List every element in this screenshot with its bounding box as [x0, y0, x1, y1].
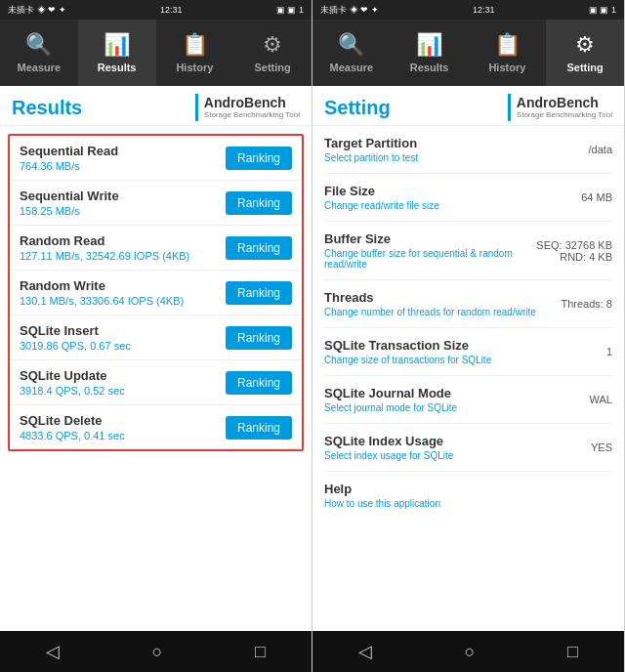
setting-desc-6: Select index usage for SQLite [324, 450, 591, 461]
right-nav-measure-label: Measure [330, 62, 374, 73]
right-back-btn[interactable]: ◁ [358, 641, 372, 662]
setting-info-7: Help How to use this application [324, 482, 612, 509]
setting-name-6: SQLite Index Usage [324, 434, 591, 448]
left-home-btn[interactable]: ○ [152, 642, 163, 662]
right-logo-main: AndroBench [517, 95, 612, 110]
setting-name-2: Buffer Size [324, 231, 515, 246]
setting-desc-2: Change buffer size for sequential & rand… [324, 248, 515, 270]
right-logo-sub: Storage Benchmarking Tool [517, 110, 612, 120]
result-info-1: Sequential Write 158.25 MB/s [20, 189, 226, 217]
ranking-btn-5[interactable]: Ranking [226, 371, 292, 395]
result-info-6: SQLite Delete 4833.6 QPS, 0.41 sec [20, 413, 226, 441]
right-logo: AndroBench Storage Benchmarking Tool [508, 94, 612, 121]
setting-name-3: Threads [324, 290, 561, 305]
result-info-2: Random Read 127.11 MB/s, 32542.69 IOPS (… [20, 233, 226, 262]
left-logo-text: AndroBench Storage Benchmarking Tool [204, 95, 300, 120]
right-status-left: 未插卡 ◈ ❤ ✦ [320, 4, 379, 17]
right-history-icon: 📋 [494, 32, 521, 58]
left-status-left: 未插卡 ◈ ❤ ✦ [8, 4, 66, 17]
result-name-0: Sequential Read [20, 144, 226, 158]
result-value-0: 764.36 MB/s [20, 160, 226, 172]
left-nav-results-label: Results [98, 62, 137, 73]
left-content-area: Results AndroBench Storage Benchmarking … [0, 86, 312, 631]
setting-info-1: File Size Change read/write file size [324, 184, 581, 211]
result-value-6: 4833.6 QPS, 0.41 sec [20, 430, 226, 441]
results-list: Sequential Read 764.36 MB/s Ranking Sequ… [8, 134, 304, 451]
setting-item-4[interactable]: SQLite Transaction Size Change size of t… [324, 328, 612, 376]
result-value-2: 127.11 MB/s, 32542.69 IOPS (4KB) [20, 250, 226, 262]
setting-desc-5: Select journal mode for SQLite [324, 402, 590, 413]
setting-desc-1: Change read/write file size [324, 200, 581, 211]
setting-item-1[interactable]: File Size Change read/write file size 64… [324, 174, 612, 222]
right-setting-icon: ⚙ [575, 32, 595, 58]
result-info-3: Random Write 130.1 MB/s, 33306.64 IOPS (… [20, 278, 226, 307]
result-info-5: SQLite Update 3918.4 QPS, 0.52 sec [20, 368, 226, 397]
right-nav-results[interactable]: 📊 Results [391, 20, 469, 86]
setting-value-2: SEQ: 32768 KB RND: 4 KB [515, 239, 612, 263]
result-info-0: Sequential Read 764.36 MB/s [20, 144, 226, 172]
right-nav-history[interactable]: 📋 History [469, 20, 547, 86]
left-nav-setting-label: Setting [254, 62, 290, 73]
left-nav-setting[interactable]: ⚙ Setting [233, 20, 312, 86]
setting-item-0[interactable]: Target Partition Select partition to tes… [324, 126, 612, 174]
result-item-0: Sequential Read 764.36 MB/s Ranking [10, 136, 302, 181]
result-value-1: 158.25 MB/s [20, 205, 226, 217]
settings-list: Target Partition Select partition to tes… [312, 126, 624, 519]
left-nav-history-label: History [176, 62, 213, 73]
result-name-4: SQLite Insert [20, 323, 226, 338]
result-name-2: Random Read [20, 233, 226, 248]
right-nav-setting[interactable]: ⚙ Setting [546, 20, 624, 86]
setting-info-2: Buffer Size Change buffer size for seque… [324, 231, 515, 270]
right-status-time: 12:31 [473, 5, 495, 15]
left-logo-sub: Storage Benchmarking Tool [204, 110, 300, 120]
right-content-area: Setting AndroBench Storage Benchmarking … [312, 86, 624, 631]
right-status-bar: 未插卡 ◈ ❤ ✦ 12:31 ▣ ▣ 1 [312, 0, 624, 20]
left-nav-measure[interactable]: 🔍 Measure [0, 20, 78, 86]
setting-item-3[interactable]: Threads Change number of threads for ran… [324, 280, 612, 328]
ranking-btn-6[interactable]: Ranking [226, 416, 292, 440]
left-recent-btn[interactable]: □ [255, 642, 266, 662]
left-nav-history[interactable]: 📋 History [156, 20, 234, 86]
results-icon: 📊 [104, 32, 130, 58]
left-logo-bar [195, 94, 198, 121]
setting-item-6[interactable]: SQLite Index Usage Select index usage fo… [324, 424, 612, 472]
setting-name-5: SQLite Journal Mode [324, 386, 590, 400]
right-bottom-bar: ◁ ○ □ [312, 631, 624, 672]
left-status-bar: 未插卡 ◈ ❤ ✦ 12:31 ▣ ▣ 1 [0, 0, 312, 20]
setting-desc-0: Select partition to test [324, 152, 589, 163]
ranking-btn-0[interactable]: Ranking [226, 147, 292, 170]
right-measure-icon: 🔍 [338, 32, 364, 58]
right-nav-measure[interactable]: 🔍 Measure [312, 20, 391, 86]
right-nav-results-label: Results [410, 62, 449, 73]
left-content-title: Results [12, 97, 82, 119]
ranking-btn-2[interactable]: Ranking [226, 236, 292, 260]
left-logo: AndroBench Storage Benchmarking Tool [195, 94, 300, 121]
setting-desc-7: How to use this application [324, 498, 612, 509]
right-status-right: ▣ ▣ 1 [589, 5, 616, 15]
left-status-right: ▣ ▣ 1 [276, 5, 304, 15]
left-nav-results[interactable]: 📊 Results [78, 20, 156, 86]
ranking-btn-1[interactable]: Ranking [226, 191, 292, 215]
ranking-btn-3[interactable]: Ranking [226, 281, 292, 305]
setting-item-2[interactable]: Buffer Size Change buffer size for seque… [324, 222, 612, 280]
setting-info-4: SQLite Transaction Size Change size of t… [324, 338, 606, 365]
setting-item-7[interactable]: Help How to use this application [324, 472, 612, 519]
measure-icon: 🔍 [25, 32, 52, 58]
setting-name-1: File Size [324, 184, 581, 198]
result-item-3: Random Write 130.1 MB/s, 33306.64 IOPS (… [10, 271, 302, 315]
setting-name-4: SQLite Transaction Size [324, 338, 606, 353]
setting-value-5: WAL [590, 394, 612, 405]
setting-info-3: Threads Change number of threads for ran… [324, 290, 561, 317]
right-home-btn[interactable]: ○ [465, 642, 476, 662]
setting-value-3: Threads: 8 [561, 298, 612, 310]
setting-name-7: Help [324, 482, 612, 496]
result-name-5: SQLite Update [20, 368, 226, 383]
left-content-header: Results AndroBench Storage Benchmarking … [0, 86, 312, 126]
left-back-btn[interactable]: ◁ [46, 641, 60, 662]
right-recent-btn[interactable]: □ [567, 642, 578, 662]
result-name-6: SQLite Delete [20, 413, 226, 428]
result-item-4: SQLite Insert 3019.86 QPS, 0.67 sec Rank… [10, 315, 302, 360]
result-name-3: Random Write [20, 278, 226, 293]
ranking-btn-4[interactable]: Ranking [226, 326, 292, 350]
setting-item-5[interactable]: SQLite Journal Mode Select journal mode … [324, 376, 612, 424]
